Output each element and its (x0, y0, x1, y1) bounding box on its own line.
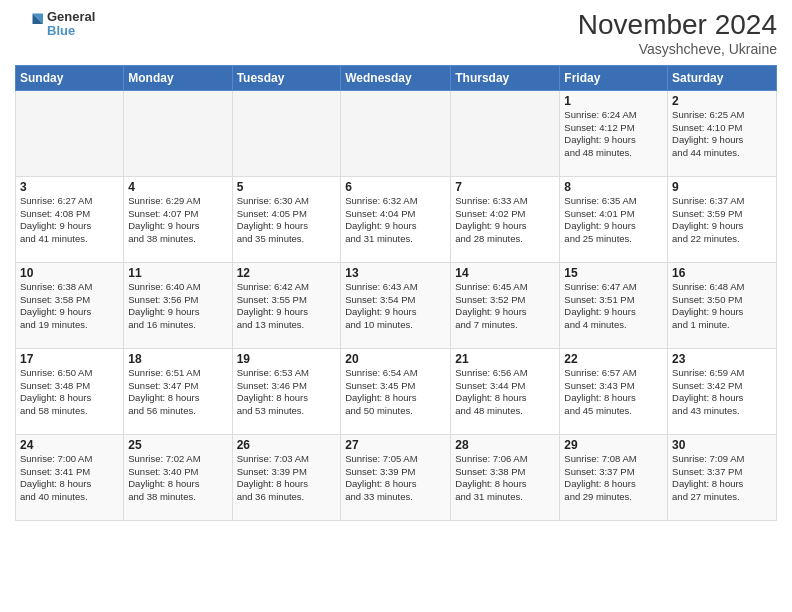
day-info-line: Sunset: 3:43 PM (564, 380, 663, 393)
day-info-line: and 16 minutes. (128, 319, 227, 332)
day-info-line: Daylight: 9 hours (128, 220, 227, 233)
header-row: Sunday Monday Tuesday Wednesday Thursday… (16, 65, 777, 90)
day-number: 25 (128, 438, 227, 452)
day-info-line: and 10 minutes. (345, 319, 446, 332)
day-info-line: Sunrise: 6:45 AM (455, 281, 555, 294)
day-info-line: Daylight: 8 hours (345, 478, 446, 491)
day-info-line: Sunrise: 7:09 AM (672, 453, 772, 466)
day-info-line: Sunset: 3:37 PM (672, 466, 772, 479)
day-info-line: Sunrise: 6:38 AM (20, 281, 119, 294)
day-info-line: and 45 minutes. (564, 405, 663, 418)
day-info-line: Sunset: 3:54 PM (345, 294, 446, 307)
logo: General Blue (15, 10, 95, 39)
day-info-line: Sunset: 3:56 PM (128, 294, 227, 307)
logo-icon (15, 10, 43, 38)
day-info-line: Sunset: 3:39 PM (345, 466, 446, 479)
calendar-table: Sunday Monday Tuesday Wednesday Thursday… (15, 65, 777, 521)
day-info-line: Sunrise: 6:53 AM (237, 367, 337, 380)
day-info-line: Sunrise: 7:02 AM (128, 453, 227, 466)
day-info-line: Daylight: 9 hours (564, 220, 663, 233)
day-cell: 30Sunrise: 7:09 AMSunset: 3:37 PMDayligh… (668, 434, 777, 520)
week-row-4: 17Sunrise: 6:50 AMSunset: 3:48 PMDayligh… (16, 348, 777, 434)
day-cell: 20Sunrise: 6:54 AMSunset: 3:45 PMDayligh… (341, 348, 451, 434)
day-number: 29 (564, 438, 663, 452)
day-info-line: Sunrise: 6:24 AM (564, 109, 663, 122)
day-info-line: and 40 minutes. (20, 491, 119, 504)
day-info-line: and 33 minutes. (345, 491, 446, 504)
day-cell: 12Sunrise: 6:42 AMSunset: 3:55 PMDayligh… (232, 262, 341, 348)
day-info-line: and 7 minutes. (455, 319, 555, 332)
day-number: 16 (672, 266, 772, 280)
header: General Blue November 2024 Vasyshcheve, … (15, 10, 777, 57)
col-wednesday: Wednesday (341, 65, 451, 90)
day-info-line: and 31 minutes. (455, 491, 555, 504)
day-info-line: Sunset: 3:40 PM (128, 466, 227, 479)
day-number: 14 (455, 266, 555, 280)
day-number: 11 (128, 266, 227, 280)
day-info-line: Sunset: 4:04 PM (345, 208, 446, 221)
day-info-line: Sunrise: 6:27 AM (20, 195, 119, 208)
day-info-line: Daylight: 9 hours (237, 306, 337, 319)
day-number: 26 (237, 438, 337, 452)
day-info-line: Sunrise: 6:47 AM (564, 281, 663, 294)
day-info-line: Daylight: 8 hours (20, 392, 119, 405)
week-row-2: 3Sunrise: 6:27 AMSunset: 4:08 PMDaylight… (16, 176, 777, 262)
day-info-line: Sunrise: 7:08 AM (564, 453, 663, 466)
logo-line2: Blue (47, 24, 95, 38)
day-info-line: Sunset: 3:59 PM (672, 208, 772, 221)
day-info-line: and 56 minutes. (128, 405, 227, 418)
day-info-line: Daylight: 8 hours (345, 392, 446, 405)
day-cell (16, 90, 124, 176)
page: General Blue November 2024 Vasyshcheve, … (0, 0, 792, 612)
day-cell: 5Sunrise: 6:30 AMSunset: 4:05 PMDaylight… (232, 176, 341, 262)
day-info-line: and 1 minute. (672, 319, 772, 332)
day-cell: 9Sunrise: 6:37 AMSunset: 3:59 PMDaylight… (668, 176, 777, 262)
day-cell: 25Sunrise: 7:02 AMSunset: 3:40 PMDayligh… (124, 434, 232, 520)
day-info-line: Sunset: 4:08 PM (20, 208, 119, 221)
day-cell (451, 90, 560, 176)
day-info-line: and 58 minutes. (20, 405, 119, 418)
day-number: 1 (564, 94, 663, 108)
day-number: 12 (237, 266, 337, 280)
day-info-line: Daylight: 9 hours (672, 134, 772, 147)
day-info-line: Daylight: 8 hours (20, 478, 119, 491)
day-info-line: Daylight: 9 hours (564, 306, 663, 319)
day-number: 7 (455, 180, 555, 194)
day-info-line: and 36 minutes. (237, 491, 337, 504)
day-info-line: Sunrise: 6:42 AM (237, 281, 337, 294)
day-number: 3 (20, 180, 119, 194)
day-number: 30 (672, 438, 772, 452)
day-cell: 27Sunrise: 7:05 AMSunset: 3:39 PMDayligh… (341, 434, 451, 520)
day-cell: 8Sunrise: 6:35 AMSunset: 4:01 PMDaylight… (560, 176, 668, 262)
day-cell: 14Sunrise: 6:45 AMSunset: 3:52 PMDayligh… (451, 262, 560, 348)
day-info-line: Sunset: 3:39 PM (237, 466, 337, 479)
day-cell (232, 90, 341, 176)
day-info-line: and 13 minutes. (237, 319, 337, 332)
day-info-line: and 38 minutes. (128, 233, 227, 246)
col-sunday: Sunday (16, 65, 124, 90)
day-info-line: Sunrise: 6:37 AM (672, 195, 772, 208)
day-cell: 13Sunrise: 6:43 AMSunset: 3:54 PMDayligh… (341, 262, 451, 348)
day-cell (124, 90, 232, 176)
day-info-line: Daylight: 8 hours (237, 392, 337, 405)
day-info-line: Daylight: 8 hours (672, 392, 772, 405)
day-number: 19 (237, 352, 337, 366)
day-number: 15 (564, 266, 663, 280)
week-row-1: 1Sunrise: 6:24 AMSunset: 4:12 PMDaylight… (16, 90, 777, 176)
col-monday: Monday (124, 65, 232, 90)
day-cell: 22Sunrise: 6:57 AMSunset: 3:43 PMDayligh… (560, 348, 668, 434)
day-info-line: Daylight: 9 hours (20, 220, 119, 233)
day-number: 9 (672, 180, 772, 194)
calendar-header: Sunday Monday Tuesday Wednesday Thursday… (16, 65, 777, 90)
day-number: 28 (455, 438, 555, 452)
day-info-line: Sunrise: 6:32 AM (345, 195, 446, 208)
day-cell: 4Sunrise: 6:29 AMSunset: 4:07 PMDaylight… (124, 176, 232, 262)
day-info-line: Daylight: 8 hours (455, 478, 555, 491)
day-info-line: Daylight: 8 hours (128, 392, 227, 405)
day-number: 22 (564, 352, 663, 366)
day-info-line: Sunset: 4:05 PM (237, 208, 337, 221)
day-info-line: and 44 minutes. (672, 147, 772, 160)
day-info-line: and 48 minutes. (564, 147, 663, 160)
day-number: 6 (345, 180, 446, 194)
day-number: 4 (128, 180, 227, 194)
